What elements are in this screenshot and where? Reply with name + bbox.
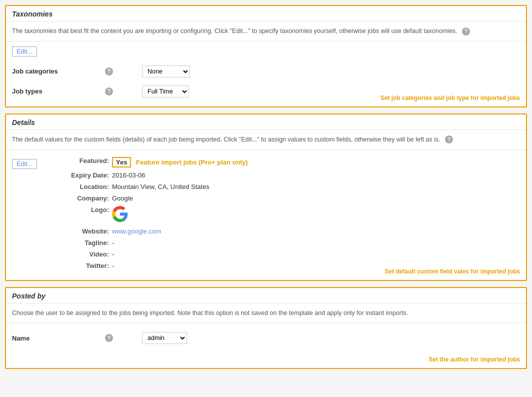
details-description: The default values for the custom fields… [6, 130, 526, 150]
website-row: Website: www.google.com [62, 226, 520, 237]
website-link[interactable]: www.google.com [112, 228, 161, 235]
name-select[interactable]: admin editor author [142, 332, 187, 344]
tagline-key: Tagline: [62, 239, 112, 246]
name-row: Name ? admin editor author [12, 328, 520, 348]
taxonomies-help-icon[interactable]: ? [462, 28, 470, 36]
website-val: www.google.com [112, 228, 161, 235]
company-val: Google [112, 194, 133, 202]
company-key: Company: [62, 194, 112, 202]
details-title: Details [6, 114, 526, 130]
company-row: Company: Google [62, 192, 520, 204]
taxonomies-title: Taxonomies [6, 6, 526, 22]
website-key: Website: [62, 228, 112, 235]
details-corner-note: Set default custom field vales for impor… [384, 268, 520, 275]
featured-row: Featured: Yes Feature import jobs (Pro+ … [62, 155, 520, 170]
twitter-val: - [112, 262, 114, 270]
job-types-select[interactable]: Full Time Part Time Freelance Temporary … [142, 86, 189, 98]
job-categories-label: Job categories [12, 68, 102, 75]
expiry-date-val: 2016-03-06 [112, 172, 146, 179]
google-logo [112, 206, 128, 224]
video-val: - [112, 250, 114, 258]
posted-by-section: Posted by Choose the user to be assigned… [5, 287, 527, 370]
feature-promo: Feature import jobs (Pro+ plan only) [136, 158, 248, 166]
featured-val: Yes Feature import jobs (Pro+ plan only) [112, 157, 248, 168]
twitter-key: Twitter: [62, 262, 112, 270]
location-key: Location: [62, 183, 112, 190]
taxonomies-corner-note: Set job categories and job type for impo… [380, 94, 520, 102]
job-types-label: Job types [12, 88, 102, 95]
logo-key: Logo: [62, 206, 112, 214]
taxonomies-edit-link[interactable]: Edit... [12, 46, 37, 56]
details-section: Details The default values for the custo… [5, 114, 527, 281]
featured-box: Yes [112, 157, 131, 168]
location-val: Mountain View, CA, United States [112, 183, 210, 190]
posted-by-corner-note: Set the author for imported jobs [428, 356, 520, 363]
video-row: Video: - [62, 248, 520, 260]
details-help-icon[interactable]: ? [445, 136, 453, 144]
details-body: Edit... Featured: Yes Feature import job… [6, 150, 526, 280]
expiry-date-row: Expiry Date: 2016-03-06 [62, 170, 520, 181]
expiry-date-key: Expiry Date: [62, 172, 112, 179]
posted-by-description: Choose the user to be assigned to the jo… [6, 304, 526, 324]
logo-val [112, 206, 128, 224]
posted-by-body: Name ? admin editor author Set the autho… [6, 323, 526, 368]
taxonomies-description: The taxonomies that best fit the content… [6, 22, 526, 42]
location-row: Location: Mountain View, CA, United Stat… [62, 181, 520, 192]
details-edit-link[interactable]: Edit... [12, 159, 37, 169]
video-key: Video: [62, 250, 112, 258]
job-categories-row: Job categories ? None Category 1 Categor… [12, 62, 520, 82]
taxonomies-section: Taxonomies The taxonomies that best fit … [5, 5, 527, 108]
name-help-icon[interactable]: ? [105, 334, 113, 342]
details-right: Featured: Yes Feature import jobs (Pro+ … [52, 155, 520, 275]
tagline-val: - [112, 239, 114, 246]
tagline-row: Tagline: - [62, 237, 520, 248]
posted-by-title: Posted by [6, 288, 526, 304]
job-types-help-icon[interactable]: ? [105, 88, 113, 96]
logo-row: Logo: [62, 204, 520, 226]
job-categories-select[interactable]: None Category 1 Category 2 [142, 66, 190, 78]
job-categories-help-icon[interactable]: ? [105, 68, 113, 76]
taxonomies-body: Edit... Job categories ? None Category 1… [6, 42, 526, 106]
featured-key: Featured: [62, 157, 112, 164]
name-label: Name [12, 334, 102, 342]
details-left: Edit... [12, 155, 52, 275]
